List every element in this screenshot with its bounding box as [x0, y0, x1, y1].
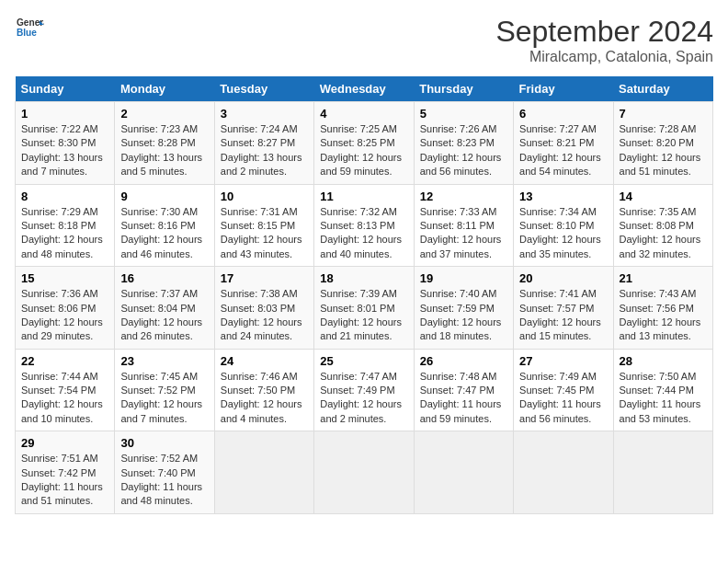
calendar-cell: 12Sunrise: 7:33 AM Sunset: 8:11 PM Dayli…	[414, 184, 513, 267]
weekday-saturday: Saturday	[613, 76, 712, 102]
calendar-cell: 19Sunrise: 7:40 AM Sunset: 7:59 PM Dayli…	[414, 267, 513, 350]
day-number: 29	[21, 436, 108, 450]
day-info: Sunrise: 7:45 AM Sunset: 7:52 PM Dayligh…	[120, 371, 202, 424]
calendar-cell: 23Sunrise: 7:45 AM Sunset: 7:52 PM Dayli…	[115, 349, 214, 431]
day-number: 22	[21, 354, 108, 368]
month-title: September 2024	[495, 15, 713, 49]
day-number: 16	[120, 271, 208, 285]
day-number: 8	[21, 190, 108, 203]
day-number: 20	[519, 271, 607, 285]
weekday-thursday: Thursday	[414, 76, 513, 102]
svg-text:Blue: Blue	[17, 28, 37, 38]
day-info: Sunrise: 7:30 AM Sunset: 8:16 PM Dayligh…	[120, 206, 202, 259]
day-number: 15	[21, 271, 108, 285]
calendar-cell: 2Sunrise: 7:23 AM Sunset: 8:28 PM Daylig…	[115, 102, 214, 185]
calendar-cell: 24Sunrise: 7:46 AM Sunset: 7:50 PM Dayli…	[214, 349, 313, 431]
day-number: 3	[221, 107, 308, 121]
day-info: Sunrise: 7:26 AM Sunset: 8:23 PM Dayligh…	[420, 123, 502, 177]
calendar-cell: 30Sunrise: 7:52 AM Sunset: 7:40 PM Dayli…	[115, 431, 214, 514]
calendar-cell: 14Sunrise: 7:35 AM Sunset: 8:08 PM Dayli…	[613, 184, 712, 267]
calendar-cell: 28Sunrise: 7:50 AM Sunset: 7:44 PM Dayli…	[613, 349, 712, 431]
day-info: Sunrise: 7:27 AM Sunset: 8:21 PM Dayligh…	[519, 123, 601, 177]
weekday-header-row: SundayMondayTuesdayWednesdayThursdayFrid…	[16, 76, 713, 102]
calendar-cell: 8Sunrise: 7:29 AM Sunset: 8:18 PM Daylig…	[16, 184, 115, 267]
location: Miralcamp, Catalonia, Spain	[495, 49, 713, 65]
day-number: 27	[519, 354, 607, 368]
calendar-body: 1Sunrise: 7:22 AM Sunset: 8:30 PM Daylig…	[16, 102, 713, 514]
week-row-3: 15Sunrise: 7:36 AM Sunset: 8:06 PM Dayli…	[16, 267, 713, 350]
calendar-cell: 6Sunrise: 7:27 AM Sunset: 8:21 PM Daylig…	[514, 102, 613, 185]
day-info: Sunrise: 7:41 AM Sunset: 7:57 PM Dayligh…	[519, 288, 601, 341]
day-number: 26	[420, 354, 507, 368]
day-info: Sunrise: 7:37 AM Sunset: 8:04 PM Dayligh…	[120, 288, 202, 341]
day-number: 11	[320, 190, 407, 203]
calendar-cell: 1Sunrise: 7:22 AM Sunset: 8:30 PM Daylig…	[16, 102, 115, 185]
day-number: 1	[21, 107, 108, 121]
calendar-cell: 16Sunrise: 7:37 AM Sunset: 8:04 PM Dayli…	[115, 267, 214, 350]
weekday-tuesday: Tuesday	[214, 76, 313, 102]
calendar-cell: 11Sunrise: 7:32 AM Sunset: 8:13 PM Dayli…	[314, 184, 414, 267]
day-info: Sunrise: 7:33 AM Sunset: 8:11 PM Dayligh…	[420, 206, 502, 259]
day-number: 17	[221, 271, 308, 285]
day-number: 25	[320, 354, 407, 368]
day-number: 2	[120, 107, 208, 121]
calendar-cell: 3Sunrise: 7:24 AM Sunset: 8:27 PM Daylig…	[214, 102, 313, 185]
day-number: 5	[420, 107, 507, 121]
day-info: Sunrise: 7:47 AM Sunset: 7:49 PM Dayligh…	[320, 371, 402, 424]
page-header: General Blue September 2024 Miralcamp, C…	[15, 15, 713, 65]
calendar-cell: 21Sunrise: 7:43 AM Sunset: 7:56 PM Dayli…	[613, 267, 712, 350]
week-row-2: 8Sunrise: 7:29 AM Sunset: 8:18 PM Daylig…	[16, 184, 713, 267]
week-row-4: 22Sunrise: 7:44 AM Sunset: 7:54 PM Dayli…	[16, 349, 713, 431]
calendar-cell: 9Sunrise: 7:30 AM Sunset: 8:16 PM Daylig…	[115, 184, 214, 267]
calendar-cell: 27Sunrise: 7:49 AM Sunset: 7:45 PM Dayli…	[514, 349, 613, 431]
day-info: Sunrise: 7:23 AM Sunset: 8:28 PM Dayligh…	[120, 123, 202, 177]
day-number: 21	[620, 271, 707, 285]
title-block: September 2024 Miralcamp, Catalonia, Spa…	[495, 15, 713, 65]
day-number: 28	[620, 354, 707, 368]
day-number: 30	[120, 436, 208, 450]
day-info: Sunrise: 7:22 AM Sunset: 8:30 PM Dayligh…	[21, 123, 103, 177]
day-number: 12	[420, 190, 507, 203]
day-info: Sunrise: 7:52 AM Sunset: 7:40 PM Dayligh…	[120, 453, 202, 506]
calendar-cell	[214, 431, 313, 514]
week-row-1: 1Sunrise: 7:22 AM Sunset: 8:30 PM Daylig…	[16, 102, 713, 185]
day-info: Sunrise: 7:39 AM Sunset: 8:01 PM Dayligh…	[320, 288, 402, 341]
day-info: Sunrise: 7:28 AM Sunset: 8:20 PM Dayligh…	[620, 123, 701, 177]
day-info: Sunrise: 7:35 AM Sunset: 8:08 PM Dayligh…	[620, 206, 701, 259]
day-info: Sunrise: 7:32 AM Sunset: 8:13 PM Dayligh…	[320, 206, 402, 259]
calendar-cell: 29Sunrise: 7:51 AM Sunset: 7:42 PM Dayli…	[16, 431, 115, 514]
day-number: 10	[221, 190, 308, 203]
calendar-cell: 22Sunrise: 7:44 AM Sunset: 7:54 PM Dayli…	[16, 349, 115, 431]
day-info: Sunrise: 7:29 AM Sunset: 8:18 PM Dayligh…	[21, 206, 103, 259]
weekday-sunday: Sunday	[16, 76, 115, 102]
day-info: Sunrise: 7:46 AM Sunset: 7:50 PM Dayligh…	[221, 371, 302, 424]
day-number: 13	[519, 190, 607, 203]
calendar-cell: 4Sunrise: 7:25 AM Sunset: 8:25 PM Daylig…	[314, 102, 414, 185]
calendar-cell	[613, 431, 712, 514]
day-number: 7	[620, 107, 707, 121]
day-info: Sunrise: 7:40 AM Sunset: 7:59 PM Dayligh…	[420, 288, 502, 341]
day-number: 24	[221, 354, 308, 368]
day-info: Sunrise: 7:48 AM Sunset: 7:47 PM Dayligh…	[420, 371, 502, 424]
weekday-friday: Friday	[514, 76, 613, 102]
calendar-cell: 20Sunrise: 7:41 AM Sunset: 7:57 PM Dayli…	[514, 267, 613, 350]
calendar-cell: 13Sunrise: 7:34 AM Sunset: 8:10 PM Dayli…	[514, 184, 613, 267]
day-info: Sunrise: 7:25 AM Sunset: 8:25 PM Dayligh…	[320, 123, 402, 177]
calendar-cell: 15Sunrise: 7:36 AM Sunset: 8:06 PM Dayli…	[16, 267, 115, 350]
day-info: Sunrise: 7:50 AM Sunset: 7:44 PM Dayligh…	[620, 371, 701, 424]
calendar-cell: 18Sunrise: 7:39 AM Sunset: 8:01 PM Dayli…	[314, 267, 414, 350]
weekday-wednesday: Wednesday	[314, 76, 414, 102]
week-row-5: 29Sunrise: 7:51 AM Sunset: 7:42 PM Dayli…	[16, 431, 713, 514]
logo: General Blue	[15, 15, 44, 40]
day-info: Sunrise: 7:31 AM Sunset: 8:15 PM Dayligh…	[221, 206, 302, 259]
weekday-monday: Monday	[115, 76, 214, 102]
calendar-cell	[314, 431, 414, 514]
calendar-cell: 25Sunrise: 7:47 AM Sunset: 7:49 PM Dayli…	[314, 349, 414, 431]
day-info: Sunrise: 7:49 AM Sunset: 7:45 PM Dayligh…	[519, 371, 601, 424]
calendar-cell: 5Sunrise: 7:26 AM Sunset: 8:23 PM Daylig…	[414, 102, 513, 185]
calendar-cell	[514, 431, 613, 514]
day-info: Sunrise: 7:36 AM Sunset: 8:06 PM Dayligh…	[21, 288, 103, 341]
day-info: Sunrise: 7:38 AM Sunset: 8:03 PM Dayligh…	[221, 288, 302, 341]
calendar-table: SundayMondayTuesdayWednesdayThursdayFrid…	[15, 76, 713, 514]
day-number: 18	[320, 271, 407, 285]
